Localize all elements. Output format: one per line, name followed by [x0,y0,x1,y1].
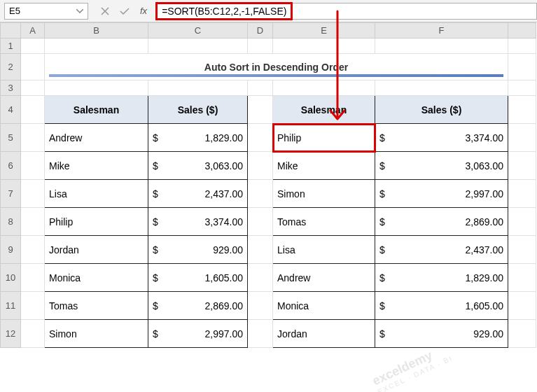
cell-C5[interactable]: $1,829.00 [148,124,248,152]
row-header[interactable]: 1 [1,38,21,54]
cell[interactable] [21,54,45,80]
cell[interactable]: $2,997.00 [375,180,508,208]
cell[interactable] [508,54,536,80]
col-header-E[interactable]: E [273,23,375,38]
cell[interactable] [21,96,45,124]
row-header[interactable]: 12 [1,320,21,348]
cell[interactable]: Tomas [45,292,148,320]
row-header[interactable]: 4 [1,96,21,124]
cell[interactable] [248,264,273,292]
left-header-sales[interactable]: Sales ($) [148,96,248,124]
cell[interactable] [21,320,45,348]
cell[interactable] [375,80,508,96]
cell[interactable]: Lisa [273,236,375,264]
cell[interactable] [508,320,536,348]
name-box[interactable]: E5 [4,3,88,20]
right-header-salesman[interactable]: Salesman [273,96,375,124]
cell[interactable] [508,236,536,264]
cell[interactable] [248,292,273,320]
cell[interactable] [248,320,273,348]
cell[interactable]: Monica [273,292,375,320]
col-header-D[interactable]: D [248,23,273,38]
cell[interactable]: $2,869.00 [148,292,248,320]
cell[interactable]: Jordan [45,236,148,264]
select-all-corner[interactable] [1,23,21,38]
cell[interactable] [375,38,508,54]
cell[interactable] [248,180,273,208]
cell[interactable] [248,124,273,152]
cell[interactable]: $1,829.00 [375,264,508,292]
cell[interactable] [248,236,273,264]
col-header-A[interactable]: A [21,23,45,38]
row-header[interactable]: 9 [1,236,21,264]
formula-bar[interactable]: =SORT(B5:C12,2,-1,FALSE) [155,3,537,20]
fx-icon[interactable]: fx [140,6,147,16]
cell-B5[interactable]: Andrew [45,124,148,152]
cell[interactable]: $2,437.00 [375,236,508,264]
cell[interactable] [508,180,536,208]
cell-E5-active[interactable]: Philip [273,124,375,152]
cell[interactable] [508,152,536,180]
cell[interactable]: $1,605.00 [375,292,508,320]
cell[interactable]: $3,063.00 [375,152,508,180]
cell[interactable]: $1,605.00 [148,264,248,292]
cell[interactable] [21,152,45,180]
cell[interactable]: Andrew [273,264,375,292]
cell[interactable]: Simon [45,320,148,348]
cancel-icon[interactable] [98,4,112,18]
cell[interactable] [21,292,45,320]
row-header[interactable]: 8 [1,208,21,236]
cell[interactable]: Philip [45,208,148,236]
cell[interactable] [21,264,45,292]
cell[interactable]: $2,997.00 [148,320,248,348]
cell[interactable] [21,208,45,236]
cell[interactable] [508,264,536,292]
cell[interactable] [273,38,375,54]
col-header-B[interactable]: B [45,23,148,38]
cell[interactable] [508,96,536,124]
cell[interactable] [508,208,536,236]
cell[interactable]: Mike [273,152,375,180]
cell[interactable]: $929.00 [148,236,248,264]
row-header[interactable]: 10 [1,264,21,292]
cell[interactable]: $929.00 [375,320,508,348]
cell[interactable] [248,152,273,180]
cell[interactable]: $2,869.00 [375,208,508,236]
cell[interactable] [21,236,45,264]
cell[interactable] [45,38,148,54]
cell[interactable] [248,208,273,236]
cell[interactable] [508,124,536,152]
col-header-F[interactable]: F [375,23,508,38]
row-header[interactable]: 11 [1,292,21,320]
cell[interactable]: Lisa [45,180,148,208]
col-header-C[interactable]: C [148,23,248,38]
cell[interactable] [508,292,536,320]
row-header[interactable]: 2 [1,54,21,80]
cell-F5[interactable]: $3,374.00 [375,124,508,152]
cell[interactable] [248,80,273,96]
cell[interactable]: Tomas [273,208,375,236]
cell[interactable] [273,80,375,96]
title-cell[interactable]: Auto Sort in Descending Order [45,54,508,80]
cell[interactable] [21,124,45,152]
cell[interactable] [508,80,536,96]
col-header-blank[interactable] [508,23,536,38]
cell[interactable] [248,38,273,54]
cell[interactable] [248,96,273,124]
cell[interactable] [21,38,45,54]
cell[interactable] [148,80,248,96]
check-icon[interactable] [118,4,132,18]
chevron-down-icon[interactable] [75,6,85,16]
right-header-sales[interactable]: Sales ($) [375,96,508,124]
cell[interactable]: $3,374.00 [148,208,248,236]
row-header[interactable]: 6 [1,152,21,180]
cell[interactable] [21,80,45,96]
cell[interactable] [148,38,248,54]
cell[interactable]: Mike [45,152,148,180]
row-header[interactable]: 7 [1,180,21,208]
cell[interactable] [508,38,536,54]
row-header[interactable]: 5 [1,124,21,152]
left-header-salesman[interactable]: Salesman [45,96,148,124]
cell[interactable]: $3,063.00 [148,152,248,180]
cell[interactable]: Jordan [273,320,375,348]
